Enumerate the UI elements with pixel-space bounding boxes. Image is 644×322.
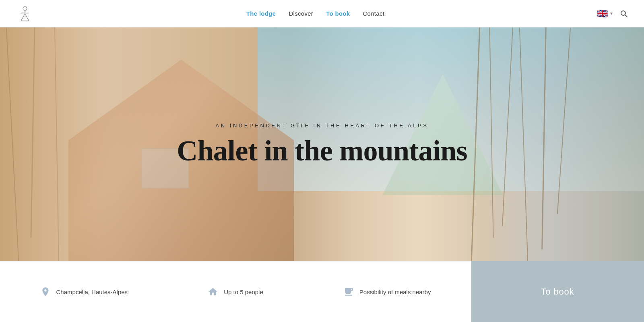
nav-item-contact[interactable]: Contact [363, 10, 384, 17]
feature-meals-text: Possibility of meals nearby [359, 289, 431, 295]
chevron-down-icon: ▼ [609, 11, 613, 16]
nav-link-contact[interactable]: Contact [363, 10, 384, 17]
nav-link-discover[interactable]: Discover [289, 10, 313, 17]
nav-item-the-lodge[interactable]: The lodge [246, 10, 276, 17]
logo-icon: LA PEREAU [16, 5, 34, 23]
hero-section: AN INDEPENDENT GÎTE IN THE HEART OF THE … [0, 27, 644, 261]
svg-rect-0 [23, 6, 27, 10]
search-button[interactable] [620, 10, 628, 18]
hero-subtitle: AN INDEPENDENT GÎTE IN THE HEART OF THE … [177, 123, 467, 129]
book-cta-label: To book [541, 287, 574, 297]
flag-icon: 🇬🇧 [597, 8, 608, 19]
feature-meals: Possibility of meals nearby [343, 287, 431, 297]
location-pin-icon [40, 287, 51, 297]
search-icon [620, 10, 628, 18]
language-switcher[interactable]: 🇬🇧 ▼ [597, 8, 613, 19]
nav-item-to-book[interactable]: To book [326, 10, 350, 17]
nav-item-discover[interactable]: Discover [289, 10, 313, 17]
coffee-cup-icon [343, 287, 354, 297]
logo[interactable]: LA PEREAU [16, 5, 34, 23]
main-nav: LA PEREAU The lodge Discover To book Con… [0, 0, 644, 27]
nav-right: 🇬🇧 ▼ [597, 8, 628, 19]
nav-links: The lodge Discover To book Contact [246, 10, 384, 17]
svg-text:LA PEREAU: LA PEREAU [20, 12, 29, 14]
book-cta-button[interactable]: To book [471, 261, 644, 322]
svg-point-6 [621, 11, 625, 15]
feature-location-text: Champcella, Hautes-Alpes [56, 289, 128, 295]
nav-link-to-book[interactable]: To book [326, 10, 350, 17]
nav-link-the-lodge[interactable]: The lodge [246, 10, 276, 17]
features-bar: Champcella, Hautes-Alpes Up to 5 people … [0, 261, 471, 322]
feature-capacity: Up to 5 people [208, 287, 263, 297]
house-icon [208, 287, 218, 297]
feature-location: Champcella, Hautes-Alpes [40, 287, 128, 297]
svg-marker-2 [21, 14, 29, 21]
svg-line-7 [625, 15, 627, 17]
feature-capacity-text: Up to 5 people [224, 289, 263, 295]
hero-title: Chalet in the mountains [177, 136, 467, 166]
branch-right-overlay [459, 27, 644, 261]
hero-content: AN INDEPENDENT GÎTE IN THE HEART OF THE … [177, 123, 467, 166]
